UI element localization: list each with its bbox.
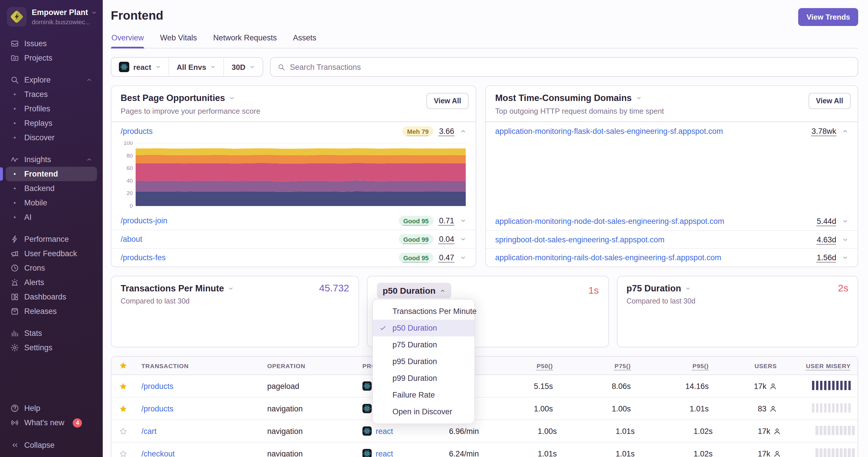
sidebar-item-help[interactable]: Help xyxy=(6,401,97,416)
org-switcher[interactable]: Empower Plant dominik.buszowiec... xyxy=(0,0,103,27)
tab-overview[interactable]: Overview xyxy=(111,33,145,48)
column-header-p75[interactable]: P75() xyxy=(560,357,638,373)
sidebar-item-profiles[interactable]: Profiles xyxy=(6,102,97,116)
menu-item-p50-duration[interactable]: p50 Duration xyxy=(373,320,474,336)
column-header-usermisery[interactable]: USER MISERY xyxy=(784,357,858,373)
chevron-down-icon[interactable] xyxy=(228,286,234,291)
domain-link[interactable]: application-monitoring-node-dot-sales-en… xyxy=(495,217,724,226)
sidebar-item-discover[interactable]: Discover xyxy=(6,130,97,145)
page-link[interactable]: /about xyxy=(121,235,142,243)
collapse-row-icon[interactable] xyxy=(842,128,848,134)
page-link[interactable]: /products-join xyxy=(121,217,167,225)
panel-title: Most Time-Consuming Domains xyxy=(495,93,848,103)
react-logo-icon xyxy=(363,449,372,457)
sidebar-item-insights[interactable]: Insights xyxy=(6,152,97,167)
org-name: Empower Plant xyxy=(32,8,88,17)
sidebar-item-what-s-new[interactable]: What's new4 xyxy=(6,416,97,430)
app-root: Empower Plant dominik.buszowiec... Issue… xyxy=(0,0,868,457)
menu-item-p75-duration[interactable]: p75 Duration xyxy=(373,336,474,353)
operation-cell: navigation xyxy=(260,421,355,441)
sidebar-item-label: Profiles xyxy=(24,104,50,113)
sidebar-item-frontend[interactable]: Frontend xyxy=(6,167,97,181)
broadcast-icon xyxy=(10,418,19,427)
users-count: 17k xyxy=(758,427,771,435)
transaction-link[interactable]: /products xyxy=(142,382,174,390)
sidebar-item-label: Collapse xyxy=(24,441,55,450)
chevron-down-icon[interactable] xyxy=(229,95,235,101)
column-header-p95[interactable]: P95() xyxy=(638,357,716,373)
table-row: /productsnavigationreactin1.00s1.00s1.01… xyxy=(112,397,858,420)
menu-item-failure-rate[interactable]: Failure Rate xyxy=(373,387,474,403)
notification-badge: 4 xyxy=(73,418,82,427)
search-transactions-input[interactable]: Search Transactions xyxy=(270,57,858,77)
sidebar-item-traces[interactable]: Traces xyxy=(6,87,97,102)
bullet-icon xyxy=(10,188,19,190)
metric-dropdown-trigger[interactable]: p50 Duration xyxy=(377,283,451,298)
sidebar-item-alerts[interactable]: Alerts xyxy=(6,275,97,290)
view-all-button[interactable]: View All xyxy=(809,93,851,109)
sidebar-item-settings[interactable]: Settings xyxy=(6,340,97,355)
sidebar-item-user-feedback[interactable]: User Feedback xyxy=(6,247,97,261)
megaphone-icon xyxy=(10,249,19,258)
sidebar-item-explore[interactable]: Explore xyxy=(6,73,97,87)
sidebar-item-label: Discover xyxy=(24,133,55,142)
menu-item-p95-duration[interactable]: p95 Duration xyxy=(373,353,474,370)
sidebar-item-collapse[interactable]: Collapse xyxy=(6,438,97,452)
domain-link[interactable]: springboot-dot-sales-engineering-sf.apps… xyxy=(495,235,664,244)
lightning-icon xyxy=(10,235,19,243)
domain-link[interactable]: application-monitoring-flask-dot-sales-e… xyxy=(495,127,723,135)
most-time-consuming-domains-panel: Most Time-Consuming Domains Top outgoing… xyxy=(485,86,858,267)
page-link[interactable]: /products-fes xyxy=(121,253,166,262)
chevron-up-icon xyxy=(86,156,92,163)
project-link[interactable]: react xyxy=(376,449,393,457)
react-logo-icon xyxy=(119,62,129,72)
tab-assets[interactable]: Assets xyxy=(292,33,317,48)
siren-icon xyxy=(10,278,19,287)
sidebar-item-issues[interactable]: Issues xyxy=(6,36,97,51)
date-range-filter[interactable]: 30D xyxy=(224,58,263,76)
sidebar-item-backend[interactable]: Backend xyxy=(6,181,97,196)
panel-subtitle: Pages to improve your performance score xyxy=(121,107,466,116)
transaction-link[interactable]: /products xyxy=(142,404,174,413)
stacked-area-chart: 020406080100 xyxy=(121,141,466,208)
domain-row: application-monitoring-node-dot-sales-en… xyxy=(486,213,858,230)
sidebar-item-crons[interactable]: Crons xyxy=(6,261,97,275)
domain-link[interactable]: application-monitoring-rails-dot-sales-e… xyxy=(495,253,721,262)
page-link[interactable]: /products xyxy=(121,127,153,136)
menu-item-label: p99 Duration xyxy=(393,374,437,383)
view-all-button[interactable]: View All xyxy=(427,93,469,109)
p50-duration-panel: p50 Duration 1s Transactions Per Minutep… xyxy=(367,276,609,347)
view-trends-button[interactable]: View Trends xyxy=(799,8,858,26)
project-filter[interactable]: react xyxy=(112,58,168,76)
column-header-p50[interactable]: P50() xyxy=(482,357,560,373)
user-icon xyxy=(773,427,781,435)
project-link[interactable]: react xyxy=(376,427,393,435)
panels-row: Best Page Opportunities Pages to improve… xyxy=(111,86,858,267)
opportunity-value: 0.04 xyxy=(439,235,454,243)
transaction-link[interactable]: /cart xyxy=(142,427,157,435)
chevron-down-icon[interactable] xyxy=(636,95,642,101)
sidebar-item-mobile[interactable]: Mobile xyxy=(6,196,97,210)
sidebar-item-dashboards[interactable]: Dashboards xyxy=(6,290,97,304)
column-header-transaction: TRANSACTION xyxy=(134,357,260,373)
sidebar-item-stats[interactable]: Stats xyxy=(6,326,97,340)
sidebar-item-performance[interactable]: Performance xyxy=(6,232,97,247)
sidebar-item-releases[interactable]: Releases xyxy=(6,304,97,319)
svg-text:0: 0 xyxy=(130,203,133,208)
menu-item-p99-duration[interactable]: p99 Duration xyxy=(373,370,474,387)
sidebar-item-projects[interactable]: Projects xyxy=(6,51,97,65)
expand-row-icon xyxy=(460,236,466,242)
chevron-down-icon[interactable] xyxy=(685,286,691,291)
table-row: /cartnavigationreact6.96/min1.00s1.01s1.… xyxy=(112,420,858,442)
environment-filter[interactable]: All Envs xyxy=(168,58,224,76)
sidebar-item-label: AI xyxy=(24,213,32,222)
transaction-link[interactable]: /checkout xyxy=(142,449,175,457)
tab-network-requests[interactable]: Network Requests xyxy=(213,33,278,48)
collapse-row-icon[interactable] xyxy=(460,128,466,134)
sidebar-item-ai[interactable]: AI xyxy=(6,210,97,225)
tab-web-vitals[interactable]: Web Vitals xyxy=(160,33,198,48)
menu-item-open-in-discover[interactable]: Open in Discover xyxy=(373,403,474,420)
menu-item-transactions-per-minute[interactable]: Transactions Per Minute xyxy=(373,303,474,320)
expand-row-icon xyxy=(842,218,848,225)
sidebar-item-replays[interactable]: Replays xyxy=(6,116,97,130)
